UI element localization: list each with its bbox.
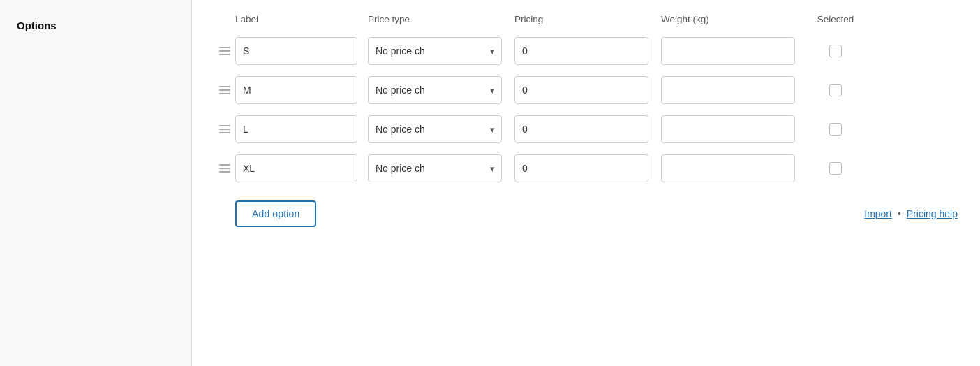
pricing-input[interactable] bbox=[514, 76, 648, 104]
pricing-cell bbox=[514, 37, 661, 65]
pricing-input[interactable] bbox=[514, 154, 648, 182]
label-cell bbox=[235, 76, 368, 104]
pricing-cell bbox=[514, 115, 661, 143]
label-cell bbox=[235, 37, 368, 65]
table-rows: No price ch Price increase Price decreas… bbox=[214, 31, 958, 188]
label-input[interactable] bbox=[235, 37, 357, 65]
weight-input[interactable] bbox=[661, 76, 795, 104]
label-input[interactable] bbox=[235, 154, 357, 182]
weight-cell bbox=[661, 76, 808, 104]
selected-cell bbox=[808, 84, 863, 96]
price-type-select[interactable]: No price ch Price increase Price decreas… bbox=[368, 115, 502, 143]
page-wrapper: Options Label Price type Pricing Weight … bbox=[0, 0, 980, 366]
drag-handle[interactable] bbox=[214, 161, 235, 175]
label-cell bbox=[235, 154, 368, 182]
separator: • bbox=[898, 208, 901, 219]
header-label: Label bbox=[235, 14, 368, 24]
weight-cell bbox=[661, 37, 808, 65]
header-price-type: Price type bbox=[368, 14, 514, 24]
selected-cell bbox=[808, 162, 863, 175]
price-type-cell: No price ch Price increase Price decreas… bbox=[368, 154, 514, 182]
header-weight: Weight (kg) bbox=[661, 14, 808, 24]
weight-input[interactable] bbox=[661, 154, 795, 182]
weight-cell bbox=[661, 115, 808, 143]
price-type-select-wrapper: No price ch Price increase Price decreas… bbox=[368, 115, 502, 143]
sidebar: Options bbox=[0, 0, 192, 366]
price-type-select[interactable]: No price ch Price increase Price decreas… bbox=[368, 154, 502, 182]
pricing-input[interactable] bbox=[514, 115, 648, 143]
import-link[interactable]: Import bbox=[864, 208, 892, 219]
label-cell bbox=[235, 115, 368, 143]
table-row: No price ch Price increase Price decreas… bbox=[214, 71, 958, 110]
table-row: No price ch Price increase Price decreas… bbox=[214, 110, 958, 149]
weight-cell bbox=[661, 154, 808, 182]
header-pricing: Pricing bbox=[514, 14, 661, 24]
pricing-cell bbox=[514, 154, 661, 182]
selected-checkbox[interactable] bbox=[829, 45, 842, 57]
header-selected: Selected bbox=[808, 14, 863, 24]
price-type-cell: No price ch Price increase Price decreas… bbox=[368, 115, 514, 143]
pricing-cell bbox=[514, 76, 661, 104]
drag-handle[interactable] bbox=[214, 44, 235, 58]
price-type-cell: No price ch Price increase Price decreas… bbox=[368, 76, 514, 104]
drag-handle[interactable] bbox=[214, 83, 235, 97]
label-input[interactable] bbox=[235, 115, 357, 143]
table-row: No price ch Price increase Price decreas… bbox=[214, 31, 958, 71]
label-input[interactable] bbox=[235, 76, 357, 104]
pricing-help-link[interactable]: Pricing help bbox=[907, 208, 958, 219]
selected-cell bbox=[808, 123, 863, 136]
footer-links: Import • Pricing help bbox=[864, 208, 958, 219]
pricing-input[interactable] bbox=[514, 37, 648, 65]
table-header: Label Price type Pricing Weight (kg) Sel… bbox=[214, 14, 958, 31]
table-row: No price ch Price increase Price decreas… bbox=[214, 149, 958, 188]
price-type-select[interactable]: No price ch Price increase Price decreas… bbox=[368, 76, 502, 104]
footer-row: Add option Import • Pricing help bbox=[214, 200, 958, 227]
selected-checkbox[interactable] bbox=[829, 162, 842, 175]
price-type-select-wrapper: No price ch Price increase Price decreas… bbox=[368, 76, 502, 104]
selected-cell bbox=[808, 45, 863, 57]
price-type-cell: No price ch Price increase Price decreas… bbox=[368, 37, 514, 65]
selected-checkbox[interactable] bbox=[829, 123, 842, 136]
price-type-select-wrapper: No price ch Price increase Price decreas… bbox=[368, 37, 502, 65]
add-option-button[interactable]: Add option bbox=[235, 200, 316, 227]
main-content: Label Price type Pricing Weight (kg) Sel… bbox=[192, 0, 980, 366]
price-type-select-wrapper: No price ch Price increase Price decreas… bbox=[368, 154, 502, 182]
sidebar-title: Options bbox=[17, 20, 57, 31]
selected-checkbox[interactable] bbox=[829, 84, 842, 96]
weight-input[interactable] bbox=[661, 115, 795, 143]
weight-input[interactable] bbox=[661, 37, 795, 65]
price-type-select[interactable]: No price ch Price increase Price decreas… bbox=[368, 37, 502, 65]
drag-handle[interactable] bbox=[214, 122, 235, 136]
